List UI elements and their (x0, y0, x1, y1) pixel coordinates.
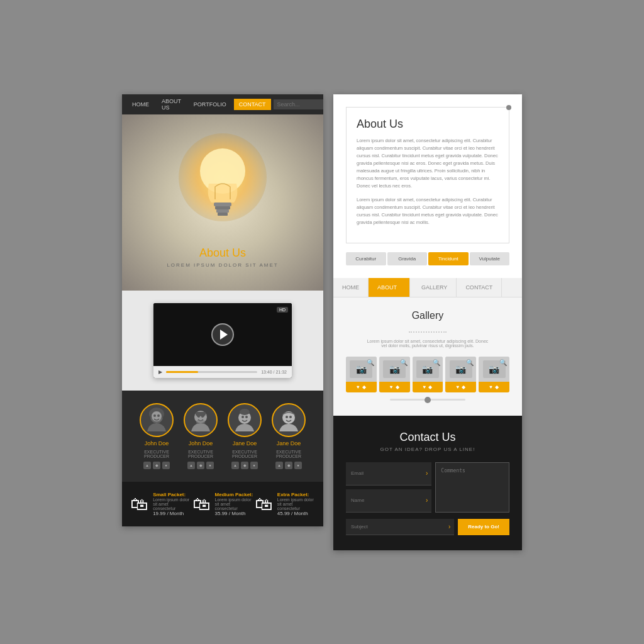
social-icon[interactable]: ● (294, 462, 302, 469)
social-icon[interactable]: ◆ (197, 462, 204, 469)
name-field-wrap: › (346, 489, 431, 513)
member-name-3: Jane Doe (233, 440, 257, 447)
name-arrow-icon: › (422, 497, 431, 504)
gallery-slider (346, 392, 509, 403)
pricing-desc-1: Lorem ipsum dolor sit amet consectetur (153, 497, 191, 511)
left-panel: HOME ABOUT US PORTFOLIO CONTACT (122, 94, 323, 526)
svg-rect-4 (218, 213, 228, 216)
member-name-4: Jane Doe (277, 440, 301, 447)
tab-gallery[interactable]: GALLERY (413, 278, 457, 297)
gallery-item-5[interactable]: 📷 🔍 ♥ ◆ (479, 357, 509, 392)
gallery-grid: 📷 🔍 ♥ ◆ 📷 🔍 (346, 357, 509, 392)
social-icon[interactable]: ● (206, 462, 214, 469)
team-member-4: Jane Doe EXECUTIVE PRODUCER ▲ ◆ ● (267, 403, 311, 469)
social-icon[interactable]: ▲ (187, 462, 195, 469)
subject-field-wrap: › (346, 519, 454, 535)
pricing-desc-2: Lorem ipsum dolor sit amet consectetur (215, 497, 253, 511)
nav-portfolio[interactable]: PORTFOLIO (189, 99, 231, 110)
team-member-2: John Doe EXECUTIVE PRODUCER ▲ ◆ ● (179, 403, 223, 469)
hero-section: About Us LOREM IPSUM DOLOR SIT AMET (122, 114, 323, 291)
dotline-decoration (409, 331, 447, 333)
gallery-item-4[interactable]: 📷 🔍 ♥ ◆ (445, 357, 476, 392)
play-button[interactable] (211, 323, 234, 346)
comment-icon-5: ◆ (495, 384, 499, 390)
member-role-2: EXECUTIVE PRODUCER (179, 450, 223, 458)
about-tab-tincidunt[interactable]: Tincidunt (428, 252, 469, 265)
svg-point-9 (157, 414, 160, 417)
about-tab-gravida[interactable]: Gravida (387, 252, 428, 265)
social-icon[interactable]: ▲ (231, 462, 239, 469)
gallery-footer-1: ♥ ◆ (346, 382, 377, 392)
email-field-wrap: › (346, 462, 431, 486)
nav-about[interactable]: ABOUT US (157, 96, 186, 113)
social-icon[interactable]: ● (162, 462, 170, 469)
svg-point-17 (242, 416, 244, 418)
nav-contact[interactable]: CONTACT (234, 99, 271, 110)
about-us-section: About Us Lorem ipsum dolor sit amet, con… (333, 94, 522, 278)
camera-icon-5: 📷 (489, 364, 499, 374)
tab-about[interactable]: ABOUT (369, 278, 410, 297)
tab-home[interactable]: HOME (333, 278, 369, 297)
gallery-item-3[interactable]: 📷 🔍 ♥ ◆ (413, 357, 443, 392)
contact-section: Contact Us GOT AN IDEA? DROP US A LINE! … (333, 416, 522, 550)
hero-subheading: LOREM IPSUM DOLOR SIT AMET (167, 262, 278, 268)
right-panel: About Us Lorem ipsum dolor sit amet, con… (333, 94, 522, 550)
social-icon[interactable]: ● (250, 462, 258, 469)
play-icon (220, 330, 228, 340)
about-tab-vulputate[interactable]: Vulputate (470, 252, 510, 265)
gallery-section: Gallery Lorem ipsum dolor sit amet, cons… (333, 297, 522, 416)
submit-button[interactable]: Ready to Go! (458, 519, 509, 535)
social-icon[interactable]: ◆ (153, 462, 160, 469)
magnify-icon-3: 🔍 (433, 359, 440, 366)
social-icon[interactable]: ◆ (241, 462, 248, 469)
subject-input[interactable] (346, 519, 445, 535)
gallery-item-2[interactable]: 📷 🔍 ♥ ◆ (379, 357, 410, 392)
progress-bar[interactable] (166, 371, 257, 373)
magnify-icon-2: 🔍 (400, 359, 408, 366)
pricing-price-1: 19.99 / Month (153, 511, 191, 516)
gallery-footer-5: ♥ ◆ (479, 382, 509, 392)
member-social-4: ▲ ◆ ● (275, 462, 302, 469)
magnify-icon-4: 🔍 (466, 359, 474, 366)
gallery-footer-4: ♥ ◆ (445, 382, 476, 392)
corner-dot (506, 105, 511, 110)
svg-rect-2 (215, 206, 230, 209)
hd-badge: HD (277, 307, 288, 313)
member-role-3: EXECUTIVE PRODUCER (223, 450, 267, 458)
search-input[interactable] (274, 99, 323, 109)
contact-subtitle: GOT AN IDEA? DROP US A LINE! (346, 447, 509, 452)
about-tab-curabitur[interactable]: Curabitur (346, 252, 386, 265)
pricing-info-2: Medium Packet: Lorem ipsum dolor sit ame… (215, 492, 253, 516)
member-social-2: ▲ ◆ ● (187, 462, 214, 469)
like-icon-2: ♥ (390, 384, 393, 390)
gallery-footer-3: ♥ ◆ (413, 382, 443, 392)
email-input[interactable] (346, 465, 422, 481)
pricing-price-3: 45.99 / Month (277, 511, 315, 516)
comments-input[interactable] (435, 462, 509, 513)
pricing-item-1: 🛍 Small Packet: Lorem ipsum dolor sit am… (130, 492, 191, 516)
tab-contact[interactable]: CONTACT (457, 278, 502, 297)
social-icon[interactable]: ▲ (275, 462, 283, 469)
svg-rect-1 (214, 203, 231, 206)
avatar-3 (228, 403, 262, 437)
nav-home[interactable]: HOME (127, 99, 154, 110)
camera-icon-4: 📷 (455, 364, 466, 374)
gallery-dotline (346, 324, 509, 335)
pricing-info-3: Extra Packet: Lorem ipsum dolor sit amet… (277, 492, 315, 516)
like-icon-1: ♥ (357, 384, 360, 390)
slider-handle[interactable] (425, 397, 431, 403)
camera-icon-1: 📷 (356, 364, 367, 374)
team-member-3: Jane Doe EXECUTIVE PRODUCER ▲ ◆ ● (223, 403, 267, 469)
about-box: About Us Lorem ipsum dolor sit amet, con… (346, 107, 509, 243)
social-icon[interactable]: ◆ (285, 462, 292, 469)
contact-form: › › › Ready to Go! (346, 462, 509, 535)
gallery-item-1[interactable]: 📷 🔍 ♥ ◆ (346, 357, 377, 392)
play-control-icon[interactable]: ▶ (158, 369, 162, 375)
slider-track[interactable] (390, 399, 465, 401)
social-icon[interactable]: ▲ (143, 462, 151, 469)
avatar-2 (184, 403, 218, 437)
name-input[interactable] (346, 492, 422, 508)
avatar-1 (140, 403, 174, 437)
member-role-1: EXECUTIVE PRODUCER (135, 450, 179, 458)
progress-fill (166, 371, 198, 373)
